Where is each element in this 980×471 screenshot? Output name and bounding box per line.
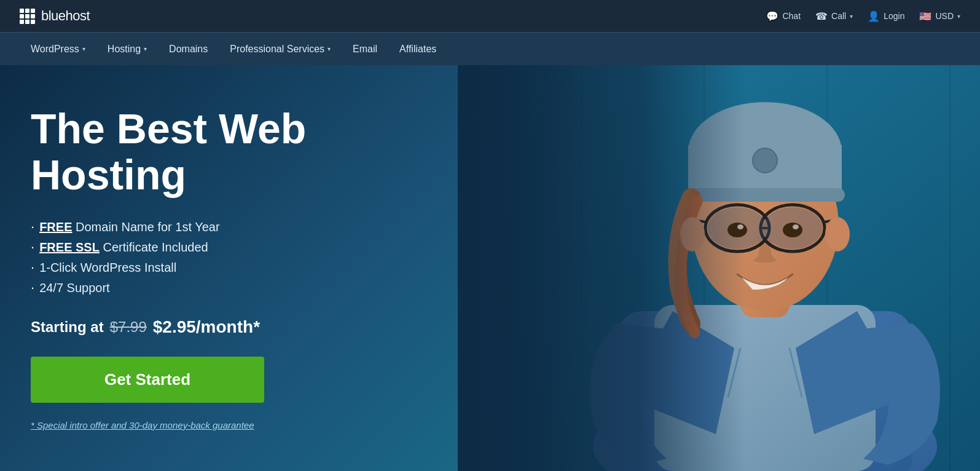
nav-item-wordpress[interactable]: WordPress ▾ <box>20 33 96 66</box>
chat-icon: 💬 <box>766 10 778 22</box>
free-ssl-highlight: FREE SSL <box>39 240 100 254</box>
main-nav: WordPress ▾ Hosting ▾ Domains Profession… <box>0 32 980 65</box>
free-domain-highlight: FREE <box>39 220 72 234</box>
wp-install-text: 1-Click WordPress Install <box>39 261 176 275</box>
nav-hosting-label: Hosting <box>108 44 141 55</box>
call-action[interactable]: ☎ Call ▾ <box>815 10 853 22</box>
currency-label: USD <box>935 11 954 21</box>
bullet-icon-4: · <box>31 281 34 295</box>
call-caret-icon: ▾ <box>850 13 853 20</box>
disclaimer-text[interactable]: * Special intro offer and 30-day money-b… <box>31 420 399 430</box>
user-icon: 👤 <box>868 10 880 22</box>
free-domain-text: Domain Name for 1st Year <box>72 220 219 234</box>
nav-item-domains[interactable]: Domains <box>158 33 219 66</box>
top-bar-actions: 💬 Chat ☎ Call ▾ 👤 Login 🇺🇸 USD ▾ <box>766 10 960 22</box>
hosting-caret-icon: ▾ <box>144 46 147 52</box>
pricing-prefix: Starting at <box>31 319 104 336</box>
bullet-icon-2: · <box>31 240 34 254</box>
support-text: 24/7 Support <box>39 281 110 295</box>
hero-section: The Best Web Hosting · FREE Domain Name … <box>0 65 980 471</box>
logo-text: bluehost <box>41 8 90 24</box>
pricing-line: Starting at $7.99 $2.95/month* <box>31 317 399 337</box>
flag-icon: 🇺🇸 <box>919 10 931 22</box>
hero-title: The Best Web Hosting <box>31 106 399 198</box>
hero-gradient-overlay <box>458 65 980 471</box>
nav-item-professional-services[interactable]: Professional Services ▾ <box>219 33 342 66</box>
phone-icon: ☎ <box>815 10 828 22</box>
get-started-button[interactable]: Get Started <box>31 357 264 403</box>
chat-action[interactable]: 💬 Chat <box>766 10 801 22</box>
logo-grid-icon <box>20 9 35 24</box>
new-price: $2.95/month* <box>153 317 260 337</box>
hero-image <box>458 65 980 471</box>
nav-affiliates-label: Affiliates <box>399 44 436 55</box>
currency-action[interactable]: 🇺🇸 USD ▾ <box>919 10 960 22</box>
nav-item-email[interactable]: Email <box>342 33 388 66</box>
professional-services-caret-icon: ▾ <box>327 46 331 52</box>
hero-content: The Best Web Hosting · FREE Domain Name … <box>0 69 430 467</box>
nav-wordpress-label: WordPress <box>31 44 79 55</box>
chat-label: Chat <box>782 11 801 21</box>
hero-features-list: · FREE Domain Name for 1st Year · FREE S… <box>31 220 399 295</box>
top-bar: bluehost 💬 Chat ☎ Call ▾ 👤 Login 🇺🇸 USD … <box>0 0 980 32</box>
nav-item-hosting[interactable]: Hosting ▾ <box>96 33 158 66</box>
old-price: $7.99 <box>110 319 147 336</box>
nav-domains-label: Domains <box>169 44 208 55</box>
feature-item-ssl: · FREE SSL Certificate Included <box>31 240 399 255</box>
login-action[interactable]: 👤 Login <box>868 10 904 22</box>
logo[interactable]: bluehost <box>20 8 90 24</box>
currency-caret-icon: ▾ <box>957 13 960 20</box>
call-label: Call <box>831 11 846 21</box>
free-ssl-text: Certificate Included <box>100 240 208 254</box>
bullet-icon: · <box>31 220 34 234</box>
feature-item-support: · 24/7 Support <box>31 281 399 295</box>
nav-item-affiliates[interactable]: Affiliates <box>388 33 447 66</box>
bullet-icon-3: · <box>31 261 34 274</box>
wordpress-caret-icon: ▾ <box>82 46 85 52</box>
feature-item-wp: · 1-Click WordPress Install <box>31 261 399 275</box>
nav-professional-services-label: Professional Services <box>230 44 324 55</box>
login-label: Login <box>884 11 904 21</box>
feature-item-domain: · FREE Domain Name for 1st Year <box>31 220 399 234</box>
nav-email-label: Email <box>353 44 377 55</box>
